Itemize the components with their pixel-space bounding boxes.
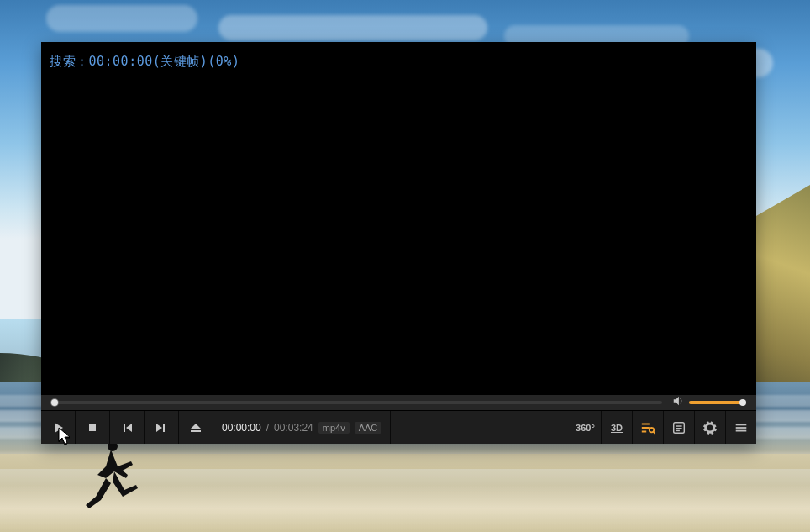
eject-button[interactable] [179,411,213,444]
svg-point-2 [650,428,654,432]
video-canvas[interactable]: 搜索：00:00:00(关键帧)(0%) [41,42,756,395]
desktop-wallpaper-runner [81,438,148,514]
svg-rect-4 [676,425,681,426]
vr360-label: 360° [576,423,595,433]
volume-control [672,395,743,410]
svg-rect-6 [676,429,680,430]
video-codec-badge: mp4v [318,422,350,434]
play-button[interactable] [41,411,76,444]
spacer [391,411,570,444]
seekbar-row [41,395,756,410]
vr360-button[interactable]: 360° [570,411,601,444]
stop-button[interactable] [76,411,110,444]
cloud [46,5,197,32]
seek-thumb[interactable] [51,399,58,406]
volume-thumb[interactable] [739,399,746,406]
volume-icon[interactable] [672,395,684,410]
svg-rect-7 [736,424,747,425]
video-player-window: 搜索：00:00:00(关键帧)(0%) [41,42,756,444]
search-list-button[interactable] [632,411,663,444]
time-current: 00:00:00 [222,422,261,434]
svg-rect-1 [89,424,96,431]
menu-button[interactable] [725,411,756,444]
time-separator: / [266,422,269,434]
seek-track[interactable] [55,401,662,404]
previous-button[interactable] [110,411,145,444]
volume-track[interactable] [689,401,743,404]
settings-button[interactable] [694,411,725,444]
time-duration: 00:03:24 [274,422,313,434]
time-display: 00:00:00 / 00:03:24 mp4v AAC [213,411,391,444]
controls-row: 00:00:00 / 00:03:24 mp4v AAC 360° 3D [41,410,756,444]
subtitle-button[interactable] [663,411,694,444]
three-d-label: 3D [611,423,623,433]
svg-rect-8 [736,427,747,429]
right-tools: 360° 3D [570,411,756,444]
three-d-button[interactable]: 3D [601,411,632,444]
next-button[interactable] [145,411,179,444]
volume-fill [689,401,743,404]
osd-seek-text: 搜索：00:00:00(关键帧)(0%) [50,54,239,70]
cloud [218,15,487,40]
svg-rect-9 [736,429,747,431]
svg-rect-5 [676,428,681,429]
audio-codec-badge: AAC [355,422,382,434]
